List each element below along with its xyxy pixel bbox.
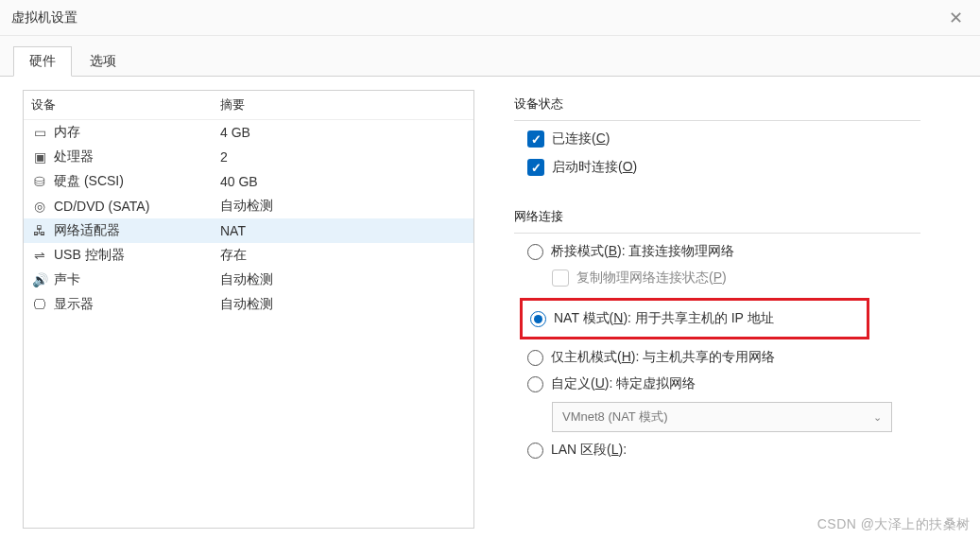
hw-name: 声卡 [54, 271, 80, 288]
network-connection-label: 网络连接 [514, 208, 957, 225]
content-area: 设备 摘要 ▭内存 4 GB ▣处理器 2 ⛁硬盘 (SCSI) 40 GB ◎… [0, 77, 980, 539]
hw-summary: 2 [220, 149, 466, 165]
custom-vmnet-value: VMnet8 (NAT 模式) [562, 409, 667, 426]
lan-segment-radio[interactable]: LAN 区段(L): [527, 442, 957, 459]
device-state-label: 设备状态 [514, 96, 957, 113]
hw-summary: 4 GB [220, 125, 466, 140]
hw-row-cd[interactable]: ◎CD/DVD (SATA) 自动检测 [24, 194, 473, 218]
hardware-panel: 设备 摘要 ▭内存 4 GB ▣处理器 2 ⛁硬盘 (SCSI) 40 GB ◎… [0, 77, 482, 539]
connected-checkbox-row[interactable]: ✓ 已连接(C) [527, 130, 957, 148]
close-icon[interactable]: ✕ [943, 8, 969, 28]
cpu-icon: ▣ [31, 148, 48, 165]
tabs-bar: 硬件 选项 [0, 36, 980, 77]
connected-label: 已连接(C) [552, 130, 610, 148]
hw-summary: 自动检测 [220, 296, 466, 313]
device-state-group: ✓ 已连接(C) ✓ 启动时连接(O) [514, 130, 957, 202]
lan-segment-label: LAN 区段(L): [551, 442, 627, 459]
nat-radio[interactable]: NAT 模式(N): 用于共享主机的 IP 地址 [530, 310, 859, 327]
custom-vmnet-select[interactable]: VMnet8 (NAT 模式) ⌄ [552, 402, 892, 432]
checkbox-unchecked-icon: ✓ [552, 270, 569, 287]
hw-row-usb[interactable]: ⇌USB 控制器 存在 [24, 243, 473, 268]
hw-name: USB 控制器 [54, 247, 125, 264]
radio-icon [527, 443, 543, 459]
radio-selected-icon [530, 311, 546, 327]
divider [514, 233, 920, 234]
hw-name: CD/DVD (SATA) [54, 199, 149, 214]
hw-summary: 自动检测 [220, 198, 466, 215]
hardware-list-header: 设备 摘要 [24, 91, 473, 120]
sound-icon: 🔊 [31, 271, 48, 288]
hw-row-cpu[interactable]: ▣处理器 2 [24, 145, 473, 169]
tab-options[interactable]: 选项 [74, 46, 132, 77]
hw-summary: 存在 [220, 247, 466, 264]
hw-summary: 自动检测 [220, 271, 466, 288]
hw-name: 处理器 [54, 148, 94, 165]
hw-name: 网络适配器 [54, 222, 120, 239]
hostonly-radio[interactable]: 仅主机模式(H): 与主机共享的专用网络 [527, 349, 957, 366]
network-connection-group: 桥接模式(B): 直接连接物理网络 ✓ 复制物理网络连接状态(P) NAT 模式… [514, 243, 957, 483]
bridged-label: 桥接模式(B): 直接连接物理网络 [551, 243, 734, 260]
hw-row-network[interactable]: 🖧网络适配器 NAT [24, 218, 473, 243]
radio-icon [527, 376, 543, 392]
connect-at-poweron-checkbox-row[interactable]: ✓ 启动时连接(O) [527, 159, 957, 176]
title-bar: 虚拟机设置 ✕ [0, 0, 980, 36]
hw-row-memory[interactable]: ▭内存 4 GB [24, 120, 473, 145]
col-summary: 摘要 [220, 96, 466, 113]
hw-summary: NAT [220, 223, 466, 238]
chevron-down-icon: ⌄ [873, 411, 882, 424]
memory-icon: ▭ [31, 124, 48, 141]
nat-highlight: NAT 模式(N): 用于共享主机的 IP 地址 [520, 298, 869, 339]
settings-panel: 设备状态 ✓ 已连接(C) ✓ 启动时连接(O) 网络连接 桥接模式(B): 直… [482, 77, 980, 539]
custom-radio[interactable]: 自定义(U): 特定虚拟网络 [527, 375, 957, 392]
hardware-list: 设备 摘要 ▭内存 4 GB ▣处理器 2 ⛁硬盘 (SCSI) 40 GB ◎… [23, 90, 474, 529]
hw-name: 显示器 [54, 296, 94, 313]
network-icon: 🖧 [31, 222, 48, 239]
connect-poweron-label: 启动时连接(O) [552, 159, 637, 176]
disk-icon: ⛁ [31, 173, 48, 190]
bridged-radio[interactable]: 桥接模式(B): 直接连接物理网络 [527, 243, 957, 260]
hw-row-disk[interactable]: ⛁硬盘 (SCSI) 40 GB [24, 169, 473, 194]
replicate-checkbox-row: ✓ 复制物理网络连接状态(P) [552, 270, 957, 287]
hw-summary: 40 GB [220, 174, 466, 189]
hw-name: 内存 [54, 124, 80, 141]
replicate-sub: ✓ 复制物理网络连接状态(P) [552, 270, 957, 287]
cd-icon: ◎ [31, 198, 48, 215]
checkbox-checked-icon: ✓ [527, 130, 544, 148]
hostonly-label: 仅主机模式(H): 与主机共享的专用网络 [551, 349, 775, 366]
watermark: CSDN @大泽上的扶桑树 [817, 516, 971, 533]
window-title: 虚拟机设置 [11, 9, 77, 26]
replicate-label: 复制物理网络连接状态(P) [576, 270, 727, 287]
custom-label: 自定义(U): 特定虚拟网络 [551, 375, 696, 392]
tab-hardware[interactable]: 硬件 [13, 46, 72, 77]
usb-icon: ⇌ [31, 247, 48, 264]
divider [514, 120, 920, 121]
display-icon: 🖵 [31, 296, 48, 313]
checkbox-checked-icon: ✓ [527, 159, 544, 176]
col-device: 设备 [31, 96, 220, 113]
hw-name: 硬盘 (SCSI) [54, 173, 124, 190]
radio-icon [527, 244, 543, 260]
hw-row-sound[interactable]: 🔊声卡 自动检测 [24, 268, 473, 292]
nat-label: NAT 模式(N): 用于共享主机的 IP 地址 [554, 310, 774, 327]
hw-row-display[interactable]: 🖵显示器 自动检测 [24, 292, 473, 317]
radio-icon [527, 350, 543, 366]
